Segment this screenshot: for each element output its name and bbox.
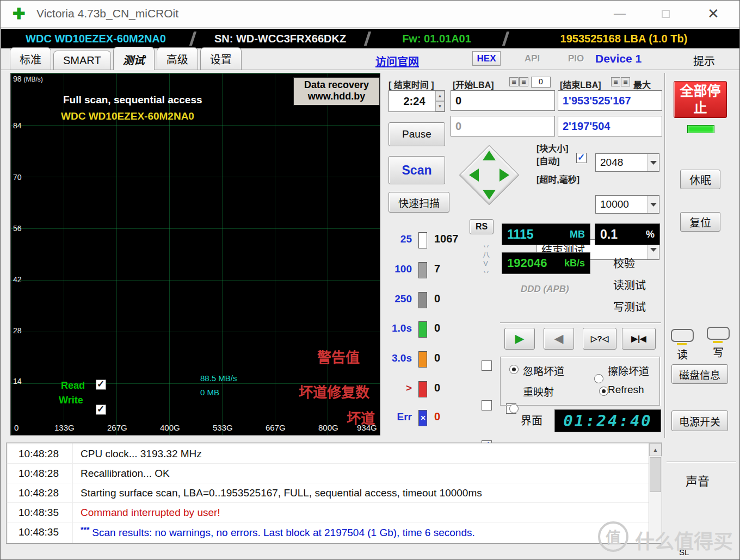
play-button[interactable]: ▶ [504, 328, 535, 350]
nav-down-arrow-icon[interactable] [483, 190, 496, 200]
tab-settings[interactable]: 设置 [200, 47, 242, 70]
chevron-down-icon[interactable] [647, 196, 659, 213]
last-block-field[interactable]: 2'197'504 [558, 116, 662, 136]
write-checkbox[interactable] [96, 405, 106, 415]
mode-read-label: 读测试 [613, 277, 646, 293]
drive-serial: SN: WD-WCC3FRX66DKZ [195, 29, 365, 48]
maximize-icon[interactable] [655, 5, 676, 22]
rs-button[interactable]: RS [470, 219, 494, 234]
lba-preset-icon[interactable]: ≣ [611, 77, 620, 86]
block-threshold-label: 3.0s [388, 352, 412, 364]
start-lba-field[interactable]: 0 [451, 90, 555, 111]
lba-preset-icon[interactable]: ≣ [509, 77, 519, 86]
timeout-select[interactable]: 10000 [595, 195, 659, 214]
hex-button[interactable]: HEX [472, 51, 501, 66]
origin-tick: 0 [14, 423, 18, 432]
navigation-diamond [460, 142, 518, 208]
tab-smart[interactable]: SMART [53, 51, 111, 70]
nav-up-arrow-icon[interactable] [483, 151, 496, 160]
website-link[interactable]: 访问官网 [375, 53, 419, 69]
sleep-button[interactable]: 休眠 [680, 170, 720, 189]
end-time-field[interactable]: 2:24 ▲ ▼ [388, 90, 445, 112]
lba-preset-icon[interactable]: ≣ [621, 77, 630, 86]
log-row: 10:48:35 Command interrupted by user! [7, 503, 649, 522]
scroll-up-icon[interactable]: ▲ [649, 443, 662, 456]
stop-all-button[interactable]: 全部停止 [674, 81, 727, 118]
spinner-up-icon[interactable]: ▲ [435, 91, 445, 101]
speed-value: 192046 [507, 256, 547, 270]
watermark-logo: 值 [598, 521, 628, 552]
y-tick-98: 98 [13, 74, 22, 83]
scan-button[interactable]: Scan [388, 156, 445, 184]
cluster-size-select[interactable]: 2048 [595, 153, 659, 172]
ignore-bad-radio[interactable] [509, 365, 519, 374]
back-button[interactable]: ◀ [544, 328, 574, 350]
current-speed-readout: 88.5 MB/s [200, 374, 237, 383]
speed-unit: kB/s [564, 258, 585, 269]
x-tick-800g: 800G [318, 423, 338, 432]
jump-end-button[interactable]: ▶|◀ [622, 328, 656, 350]
seek-question-button[interactable]: ▷?◁ [583, 328, 616, 350]
lba-preset-icon[interactable]: ≣ [519, 77, 528, 86]
nav-right-arrow-icon[interactable] [499, 169, 509, 182]
drive-capacity: 1953525168 LBA (1.0 Tb) [508, 29, 739, 48]
hddby-ad-box: Data recovery www.hdd.by [293, 77, 380, 105]
minimize-icon[interactable]: — [609, 5, 631, 22]
read-indicator-label: 读 [677, 346, 688, 362]
read-checkbox[interactable] [96, 379, 106, 390]
block-count: 0 [434, 382, 440, 394]
chevron-down-icon[interactable] [647, 154, 659, 171]
block-color-swatch [418, 232, 427, 248]
reset-button[interactable]: 复位 [680, 212, 720, 232]
log-message: Recallibration... OK [71, 468, 170, 480]
auto-checkbox[interactable] [576, 153, 587, 163]
remap-radio[interactable] [509, 404, 519, 413]
device-selector[interactable]: Device 1 [595, 52, 642, 65]
y-tick-56: 56 [13, 224, 22, 233]
speed-display: 192046 kB/s [502, 252, 590, 274]
tab-standard[interactable]: 标准 [10, 47, 51, 70]
log-time: 10:48:28 [7, 448, 71, 460]
nav-left-arrow-icon[interactable] [469, 169, 479, 182]
end-lba-field[interactable]: 1'953'525'167 [558, 90, 662, 111]
divider [667, 462, 736, 463]
block-threshold-label: 1.0s [388, 322, 412, 334]
pio-label: PIO [568, 53, 584, 64]
block-threshold-label: > [388, 382, 412, 394]
end-time-value: 2:24 [393, 95, 435, 108]
tab-test[interactable]: 测试 [113, 47, 155, 70]
quick-scan-button[interactable]: 快速扫描 [388, 192, 449, 213]
block-color-swatch [418, 262, 427, 278]
block-row-100: 100 7 [388, 262, 440, 278]
title-bar: ✚ Victoria 4.73b_CN_miCROit — ✕ [1, 1, 739, 28]
data-processed-unit: MB [570, 229, 585, 240]
close-icon[interactable]: ✕ [702, 5, 724, 22]
read-indicator-led [677, 343, 687, 345]
block-1s-checkbox[interactable] [482, 400, 492, 410]
write-indicator-icon[interactable] [707, 327, 730, 340]
block-row-1s: 1.0s 0 [388, 321, 440, 338]
block-color-swatch [418, 321, 427, 338]
block-color-swatch [418, 351, 427, 368]
x-tick-267g: 267G [107, 423, 127, 432]
block-250-checkbox[interactable] [482, 360, 492, 371]
resume-lba-field[interactable]: 0 [451, 116, 555, 136]
max-lba-label[interactable]: 最大 [633, 78, 651, 91]
erase-bad-radio[interactable] [594, 374, 603, 383]
spinner-down-icon[interactable]: ▼ [435, 101, 445, 111]
block-threshold-label: 250 [388, 293, 412, 305]
y-tick-70: 70 [13, 173, 22, 182]
power-switch-button[interactable]: 电源开关 [671, 410, 728, 431]
tab-advanced[interactable]: 高级 [157, 47, 198, 70]
scrollbar-thumb[interactable] [650, 457, 661, 492]
log-time: 10:48:28 [7, 468, 71, 480]
lba-preset-zero[interactable]: 0 [531, 77, 551, 88]
read-indicator-icon[interactable] [671, 329, 694, 342]
read-label: Read [61, 380, 85, 391]
mode-write-label: 写测试 [613, 298, 646, 314]
block-row-err: Err ✕ 0 [388, 410, 440, 426]
pause-button[interactable]: Pause [388, 122, 445, 146]
write-indicator-led [713, 341, 723, 343]
ad-line1: Data recovery [294, 79, 379, 91]
disk-info-button[interactable]: 磁盘信息 [671, 364, 728, 384]
